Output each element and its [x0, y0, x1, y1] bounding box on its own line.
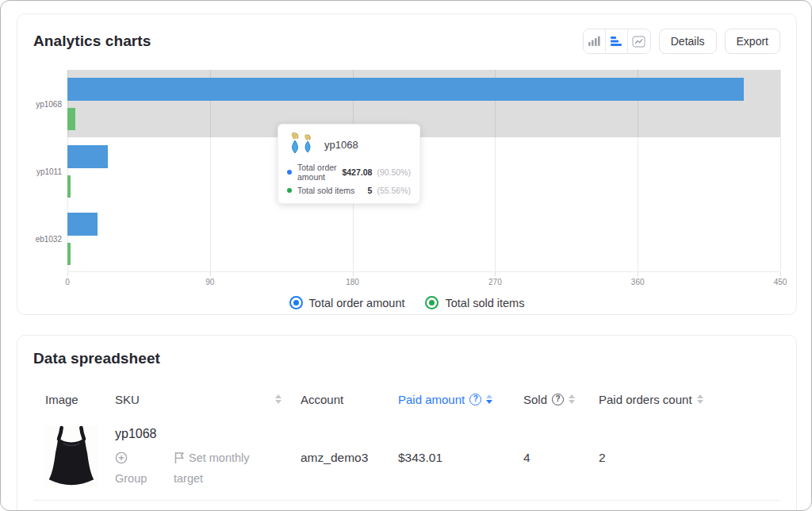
gridline: [780, 70, 781, 271]
flag-icon: [174, 451, 186, 464]
tooltip-label: Total sold items: [297, 186, 368, 195]
axis-tick-label: 360: [631, 278, 645, 286]
green-dot-icon: [287, 188, 292, 193]
dashboard-screen: Analytics charts: [0, 0, 812, 511]
sort-arrows-icon[interactable]: [275, 394, 282, 404]
sort-arrows-icon[interactable]: [697, 394, 703, 404]
blue-dot-icon: [287, 170, 292, 175]
analytics-toolbar: Details Export: [583, 29, 780, 54]
vertical-bar-chart-icon[interactable]: [584, 29, 606, 53]
chart-band-yp1011[interactable]: yp1011: [67, 137, 780, 205]
help-icon[interactable]: ?: [469, 394, 481, 405]
bar-yp1011-order-amount[interactable]: [67, 145, 108, 168]
group-label: Group: [115, 472, 147, 485]
legend-radio-dot: [293, 300, 299, 305]
axis-tick-label: 90: [205, 278, 214, 286]
spreadsheet-title: Data spreadsheet: [33, 350, 780, 367]
analytics-charts-card: Analytics charts: [17, 13, 797, 315]
axis-tick-mark: [353, 272, 354, 276]
legend-label: Total sold items: [445, 297, 524, 309]
column-label: Image: [45, 393, 79, 406]
data-spreadsheet-card: Data spreadsheet Image SKU Account Paid …: [17, 335, 797, 511]
tooltip-title: yp1068: [324, 139, 358, 151]
chart-plot-area: yp1068 Total order amount $427.08 (90.50…: [67, 70, 780, 272]
details-button[interactable]: Details: [659, 29, 717, 54]
sort-arrows-icon[interactable]: [486, 394, 492, 404]
column-label: Paid amount: [398, 393, 465, 406]
tooltip-percent: (90.50%): [377, 167, 411, 177]
axis-tick-mark: [495, 272, 496, 276]
chart-band-yp1068[interactable]: yp1068: [67, 70, 780, 137]
horizontal-bar-chart: yp1068 Total order amount $427.08 (90.50…: [33, 70, 780, 309]
axis-tick-label: 180: [346, 278, 359, 286]
table-header: Image SKU Account Paid amount ? Sold ? P…: [33, 383, 780, 415]
export-button[interactable]: Export: [725, 29, 780, 54]
chart-type-switcher: [583, 29, 651, 54]
legend-label: Total order amount: [309, 297, 405, 309]
chart-tooltip: yp1068 Total order amount $427.08 (90.50…: [278, 124, 420, 204]
category-label: eb1032: [36, 234, 62, 243]
chart-x-axis: 090180270360450: [67, 272, 780, 293]
add-to-group-button[interactable]: Group: [115, 448, 156, 489]
bar-eb1032-sold-items[interactable]: [67, 243, 71, 265]
tooltip-row-order-amount: Total order amount $427.08 (90.50%): [287, 163, 411, 182]
analytics-card-header: Analytics charts: [33, 29, 780, 54]
legend-item[interactable]: Total order amount: [289, 296, 405, 309]
column-label: Paid orders count: [599, 393, 692, 406]
legend-item[interactable]: Total sold items: [425, 296, 524, 309]
bar-yp1068-order-amount[interactable]: [67, 78, 744, 101]
set-monthly-target-button[interactable]: Set monthly target: [174, 448, 259, 489]
account-value: amz_demo3: [301, 451, 398, 465]
legend-radio-dot: [429, 300, 435, 305]
product-earrings-image: [287, 132, 316, 157]
axis-tick-label: 450: [774, 278, 787, 286]
column-label: Sold: [523, 393, 547, 406]
bar-eb1032-order-amount[interactable]: [67, 213, 98, 236]
tooltip-percent: (55.56%): [377, 186, 411, 195]
bar-yp1068-sold-items[interactable]: [67, 108, 75, 130]
line-chart-icon[interactable]: [628, 29, 650, 53]
sort-arrows-icon[interactable]: [569, 394, 575, 404]
tooltip-label: Total order amount: [297, 163, 342, 182]
sku-actions: Group Set monthly target: [115, 448, 301, 489]
sku-value: yp1068: [115, 427, 301, 441]
tooltip-value: 5: [368, 186, 373, 195]
tooltip-row-sold-items: Total sold items 5 (55.56%): [287, 186, 411, 195]
tooltip-header: yp1068: [287, 132, 411, 157]
axis-tick-mark: [638, 272, 638, 276]
column-label: SKU: [115, 393, 140, 406]
column-header-sold[interactable]: Sold ?: [523, 393, 599, 406]
product-image-cell[interactable]: [33, 425, 115, 491]
legend-radio-icon: [425, 296, 439, 309]
category-label: yp1011: [36, 167, 62, 175]
category-label: yp1068: [36, 99, 62, 108]
column-label: Account: [301, 393, 343, 406]
plus-circle-icon: [115, 451, 128, 464]
product-image-dress: [44, 425, 99, 488]
sku-cell: yp1068 Group Set monthly target: [115, 427, 301, 489]
column-header-sku[interactable]: SKU: [115, 393, 301, 406]
chart-legend: Total order amountTotal sold items: [33, 296, 780, 309]
sold-value: 4: [523, 451, 599, 465]
help-icon[interactable]: ?: [552, 394, 564, 405]
paid-amount-value: $343.01: [398, 451, 523, 465]
axis-tick-label: 270: [488, 278, 502, 286]
axis-tick-mark: [67, 272, 68, 276]
table-row: yp1068 Group Set monthly target amz_demo…: [33, 415, 780, 501]
axis-tick-mark: [210, 272, 211, 276]
column-header-paid-orders-count[interactable]: Paid orders count: [599, 393, 780, 406]
axis-tick-mark: [780, 272, 781, 276]
axis-tick-label: 0: [65, 278, 70, 286]
column-header-account: Account: [301, 393, 398, 406]
legend-radio-icon: [289, 296, 303, 309]
chart-band-eb1032[interactable]: eb1032: [67, 205, 780, 272]
horizontal-bar-chart-icon[interactable]: [606, 29, 628, 53]
tooltip-value: $427.08: [342, 167, 372, 177]
paid-orders-count-value: 2: [599, 451, 780, 465]
analytics-title: Analytics charts: [33, 33, 151, 50]
column-header-image: Image: [33, 393, 115, 406]
column-header-paid-amount[interactable]: Paid amount ?: [398, 393, 523, 406]
bar-yp1011-sold-items[interactable]: [67, 175, 71, 198]
